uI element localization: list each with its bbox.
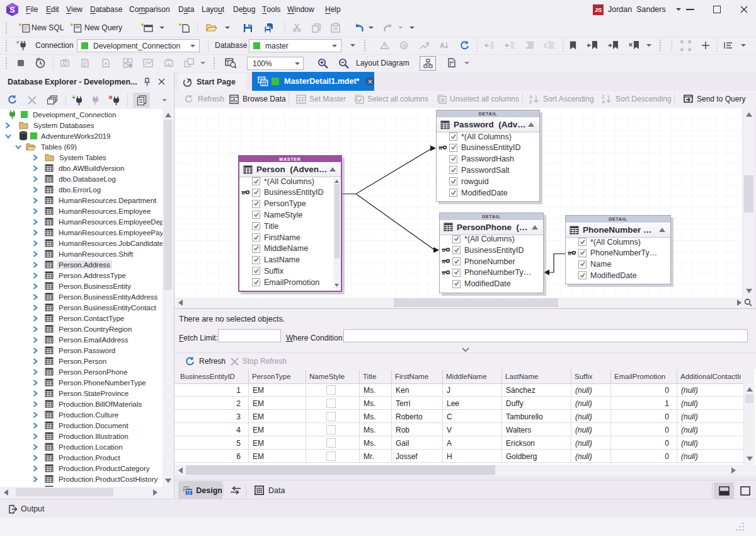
svg-text:2: 2 bbox=[544, 42, 547, 49]
svg-text:*: * bbox=[141, 23, 144, 30]
svg-text:*: * bbox=[71, 23, 73, 30]
svg-text:S: S bbox=[9, 6, 14, 15]
svg-text:@: @ bbox=[402, 43, 407, 49]
svg-text:A: A bbox=[440, 42, 445, 49]
svg-text:*: * bbox=[16, 40, 20, 47]
svg-text:*: * bbox=[179, 23, 181, 30]
svg-text:A: A bbox=[602, 99, 605, 104]
svg-text:*: * bbox=[19, 23, 21, 30]
svg-text:Z: Z bbox=[529, 99, 532, 104]
svg-text:+: + bbox=[72, 95, 76, 101]
